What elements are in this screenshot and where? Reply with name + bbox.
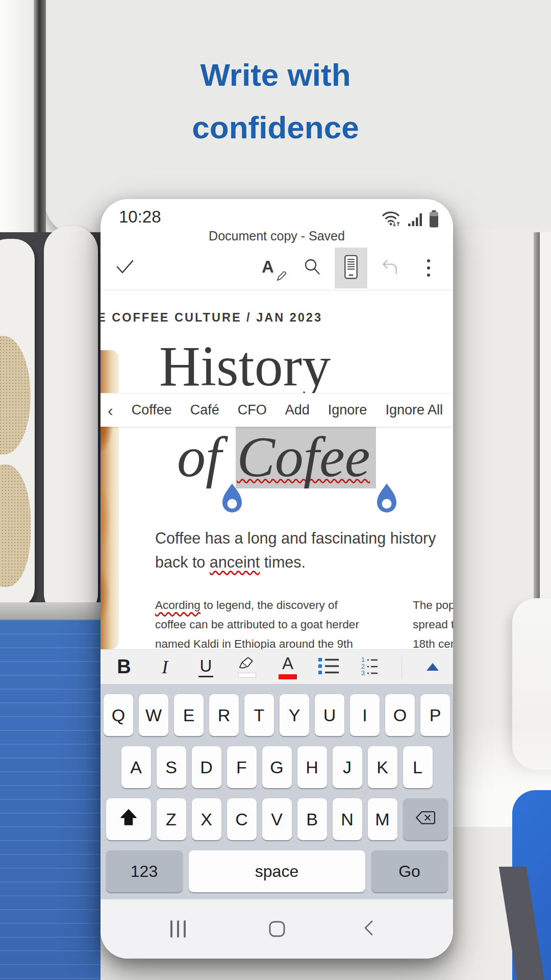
key-o[interactable]: O [385,694,415,736]
key-p[interactable]: P [420,694,450,736]
col-right-line1: The popularity [413,596,453,615]
key-j[interactable]: J [333,746,362,788]
more-options-button[interactable] [412,248,445,288]
signal-icon [408,211,423,230]
key-w[interactable]: W [139,694,168,736]
key-d[interactable]: D [192,746,221,788]
highlight-button[interactable] [237,656,257,678]
mobile-view-button[interactable] [335,248,367,288]
shift-icon [119,808,138,830]
document-column-left: Acording to legend, the discovery of cof… [155,596,359,649]
font-color-button[interactable]: A [278,654,298,679]
undo-button[interactable] [373,248,406,288]
highlight-color-swatch [238,673,256,678]
key-e[interactable]: E [174,694,204,736]
key-a[interactable]: A [121,746,151,788]
space-key[interactable]: space [189,850,365,892]
document-title: Document copy - Saved [101,229,453,243]
suggestion-ignore-all[interactable]: Ignore All [385,402,443,418]
suggestions-back-chevron-icon[interactable]: ‹ [108,402,113,419]
backspace-key[interactable] [403,798,448,840]
body-line2: back to anceint times. [155,550,436,574]
suggestion-cfo[interactable]: CFO [238,402,267,418]
mobile-view-icon [342,254,360,282]
recents-icon [170,920,172,938]
backspace-icon [415,810,436,829]
key-k[interactable]: K [368,746,397,788]
key-l[interactable]: L [403,746,433,788]
numbered-list-icon: 1 2 3 [361,656,381,678]
key-n[interactable]: N [333,798,362,840]
col-left-line3: named Kaldi in Ethiopia around the 9th [155,634,359,649]
sand-texture [0,464,31,587]
hero-title-line2: confidence [0,101,551,154]
numbered-list-button[interactable]: 1 2 3 [361,656,381,678]
document-kicker: E COFFEE CULTURE / JAN 2023 [101,311,322,325]
key-y[interactable]: Y [280,694,309,736]
suggestion-add[interactable]: Add [285,402,310,418]
misspelled-word[interactable]: Acording [155,599,201,611]
wifi-icon [381,209,403,230]
key-x[interactable]: X [192,798,221,840]
background-right-key-gap [534,232,540,604]
bold-icon: B [117,656,131,678]
document-canvas[interactable]: E COFFEE CULTURE / JAN 2023 History of C… [101,290,453,649]
keyboard: Q W E R T Y U I O P A S D F G H J K L [101,684,453,899]
go-key[interactable]: Go [371,850,448,892]
key-t[interactable]: T [244,694,274,736]
key-f[interactable]: F [227,746,257,788]
document-column-right: The popularity spread through 18th centu… [413,596,453,649]
highlighter-icon [237,656,257,672]
font-format-button[interactable]: A [257,248,290,288]
selected-misspelled-word[interactable]: Cofee [236,425,376,488]
search-icon [303,258,321,278]
italic-button[interactable]: I [155,656,175,678]
background-right-key-edge [540,232,551,604]
key-i[interactable]: I [350,694,380,736]
collapse-toolbar-button[interactable] [422,663,443,671]
home-button[interactable] [269,921,285,937]
key-q[interactable]: Q [104,694,133,736]
search-button[interactable] [296,248,329,288]
key-z[interactable]: Z [157,798,186,840]
svg-text:2: 2 [361,663,365,670]
italic-icon: I [162,656,168,678]
col-right-line3: 18th centuries [413,634,453,649]
suggestion-coffee[interactable]: Coffee [132,402,172,418]
spellcheck-suggestion-bar: ‹ Coffee Café CFO Add Ignore Ignore All [101,393,453,427]
hero-title: Write with confidence [0,48,551,154]
key-h[interactable]: H [297,746,327,788]
background-gray-ledge [0,602,101,621]
suggestion-ignore[interactable]: Ignore [328,402,367,418]
recents-button[interactable] [170,920,186,938]
document-body: Coffee has a long and fascinating histor… [155,526,436,574]
status-icons [381,209,439,230]
selection-handle-start[interactable] [221,483,243,516]
suggestion-cafe[interactable]: Café [190,402,219,418]
bullet-list-button[interactable] [318,657,340,677]
document-heading-line2: of Cofee [177,424,376,490]
selection-handle-end[interactable] [376,483,397,516]
android-nav-bar [101,899,453,959]
key-r[interactable]: R [209,694,239,736]
key-b[interactable]: B [297,798,327,840]
key-u[interactable]: U [315,694,344,736]
done-button[interactable] [111,246,139,290]
key-v[interactable]: V [262,798,292,840]
key-c[interactable]: C [227,798,257,840]
underline-icon: U [198,656,214,677]
symbols-key[interactable]: 123 [106,850,183,892]
document-heading-line1: History [159,333,331,399]
key-m[interactable]: M [368,798,397,840]
heading-prefix: of [177,425,236,488]
font-color-swatch [279,674,297,679]
bold-button[interactable]: B [114,656,134,678]
shift-key[interactable] [106,798,151,840]
key-g[interactable]: G [262,746,292,788]
status-time: 10:28 [119,207,161,227]
back-button[interactable] [362,919,374,939]
key-s[interactable]: S [157,746,186,788]
misspelled-word[interactable]: anceint [210,553,260,571]
editor-toolbar: A [101,246,453,290]
underline-button[interactable]: U [196,656,216,677]
